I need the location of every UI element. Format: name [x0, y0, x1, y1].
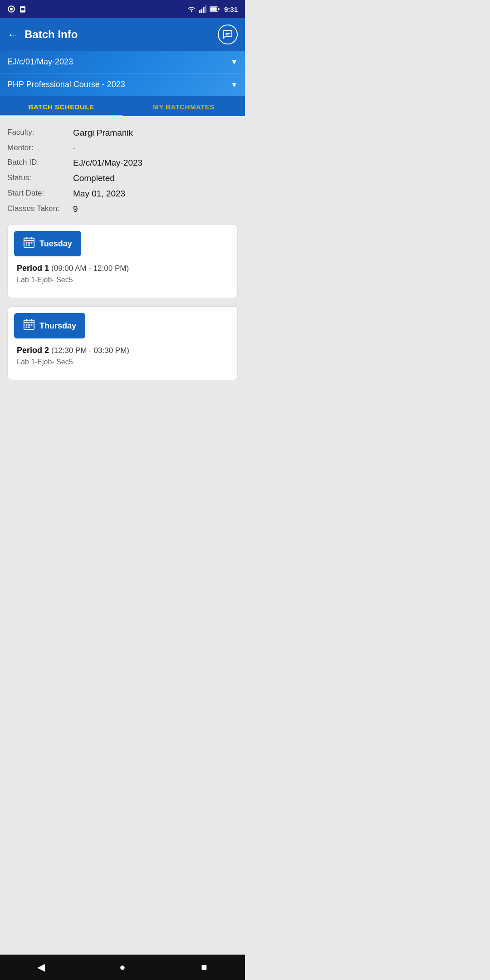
- status-bar: 9:31: [0, 0, 245, 18]
- mentor-row: Mentor: -: [7, 141, 238, 155]
- page-title: Batch Info: [24, 28, 78, 41]
- start-date-row: Start Date: May 01, 2023: [7, 186, 238, 201]
- svg-rect-15: [24, 240, 34, 241]
- schedule-card-thursday: Thursday Period 2 (12:30 PM - 03:30 PM) …: [7, 306, 238, 380]
- svg-point-1: [10, 8, 13, 10]
- chat-icon: [222, 29, 233, 40]
- course-dropdown-arrow: ▼: [230, 81, 238, 89]
- svg-rect-16: [26, 237, 27, 240]
- thursday-period-time: (12:30 PM - 03:30 PM): [51, 346, 129, 355]
- tuesday-location: Lab 1-Ejob- Sec5: [17, 276, 228, 284]
- mentor-value: -: [73, 143, 76, 152]
- svg-rect-25: [26, 319, 27, 322]
- status-time: 9:31: [224, 5, 238, 13]
- chat-button[interactable]: [218, 24, 238, 44]
- svg-rect-22: [28, 245, 30, 246]
- svg-rect-29: [31, 324, 33, 326]
- classes-taken-row: Classes Taken: 9: [7, 201, 238, 217]
- course-dropdown-row[interactable]: PHP Professional Course - 2023 ▼: [0, 74, 245, 96]
- tuesday-calendar-icon: [23, 236, 35, 251]
- back-button[interactable]: ←: [7, 28, 19, 42]
- svg-rect-27: [26, 324, 28, 326]
- svg-rect-28: [28, 324, 30, 326]
- classes-taken-label: Classes Taken:: [7, 204, 73, 214]
- batch-dropdown-row[interactable]: EJ/c/01/May-2023 ▼: [0, 51, 245, 74]
- svg-rect-8: [205, 5, 206, 13]
- svg-rect-31: [28, 327, 30, 328]
- calendar-icon-2: [23, 318, 35, 330]
- svg-rect-18: [26, 242, 28, 244]
- status-value: Completed: [73, 173, 115, 183]
- batch-dropdown-arrow: ▼: [230, 58, 238, 66]
- schedule-card-tuesday: Tuesday Period 1 (09:00 AM - 12:00 PM) L…: [7, 224, 238, 298]
- tuesday-period-title: Period 1 (09:00 AM - 12:00 PM): [17, 264, 228, 273]
- thursday-location: Lab 1-Ejob- Sec5: [17, 358, 228, 366]
- thursday-header: Thursday: [14, 313, 85, 338]
- thursday-period-title: Period 2 (12:30 PM - 03:30 PM): [17, 346, 228, 355]
- svg-rect-10: [210, 7, 216, 11]
- thursday-period: Period 2 (12:30 PM - 03:30 PM) Lab 1-Ejo…: [8, 338, 237, 373]
- faculty-label: Faculty:: [7, 128, 73, 138]
- classes-taken-value: 9: [73, 204, 78, 214]
- tuesday-period-time: (09:00 AM - 12:00 PM): [51, 264, 129, 273]
- tuesday-header: Tuesday: [14, 231, 81, 256]
- svg-rect-5: [199, 10, 201, 13]
- faculty-value: Gargi Pramanik: [73, 128, 133, 138]
- batch-id-value: EJ/c/01/May-2023: [73, 158, 142, 168]
- signal-icon: [199, 5, 207, 13]
- tabs-bar: BATCH SCHEDULE MY BATCHMATES: [0, 96, 245, 116]
- thursday-calendar-icon: [23, 318, 35, 333]
- status-label: Status:: [7, 173, 73, 183]
- faculty-row: Faculty: Gargi Pramanik: [7, 125, 238, 141]
- tuesday-period-label: Period 1: [17, 264, 49, 273]
- batch-id-row: Batch ID: EJ/c/01/May-2023: [7, 155, 238, 171]
- svg-rect-30: [26, 327, 28, 328]
- batch-id-label: Batch ID:: [7, 158, 73, 168]
- svg-rect-17: [31, 237, 32, 240]
- status-left-icons: [7, 5, 26, 13]
- svg-rect-3: [21, 8, 24, 10]
- svg-rect-12: [225, 33, 230, 34]
- tuesday-period: Period 1 (09:00 AM - 12:00 PM) Lab 1-Ejo…: [8, 256, 237, 291]
- svg-rect-6: [201, 9, 203, 13]
- status-right-icons: 9:31: [187, 5, 238, 13]
- svg-rect-7: [203, 7, 205, 13]
- mentor-label: Mentor:: [7, 143, 73, 152]
- svg-rect-21: [26, 245, 28, 246]
- svg-rect-19: [28, 242, 30, 244]
- battery-icon: [210, 6, 220, 12]
- calendar-icon: [23, 236, 35, 248]
- blue-section: EJ/c/01/May-2023 ▼ PHP Professional Cour…: [0, 51, 245, 96]
- batch-id-dropdown-label: EJ/c/01/May-2023: [7, 57, 73, 67]
- wifi-icon: [187, 5, 196, 13]
- sim-icon: [19, 5, 26, 13]
- circle-status-icon: [7, 5, 15, 13]
- course-dropdown-label: PHP Professional Course - 2023: [7, 80, 125, 89]
- svg-rect-26: [31, 319, 32, 322]
- status-row: Status: Completed: [7, 171, 238, 186]
- start-date-label: Start Date:: [7, 189, 73, 199]
- svg-point-4: [191, 10, 192, 12]
- content-area: Faculty: Gargi Pramanik Mentor: - Batch …: [0, 116, 245, 396]
- thursday-label: Thursday: [39, 321, 76, 331]
- thursday-period-label: Period 2: [17, 346, 49, 355]
- tuesday-label: Tuesday: [39, 239, 72, 249]
- start-date-value: May 01, 2023: [73, 189, 125, 199]
- svg-rect-13: [225, 34, 229, 35]
- svg-rect-11: [218, 8, 220, 10]
- tab-batch-schedule[interactable]: BATCH SCHEDULE: [0, 96, 122, 116]
- top-bar: ← Batch Info: [0, 18, 245, 51]
- svg-rect-20: [31, 242, 33, 244]
- svg-rect-24: [24, 322, 34, 323]
- batch-info-section: Faculty: Gargi Pramanik Mentor: - Batch …: [7, 123, 238, 224]
- top-bar-left: ← Batch Info: [7, 28, 78, 42]
- tab-my-batchmates[interactable]: MY BATCHMATES: [122, 96, 245, 116]
